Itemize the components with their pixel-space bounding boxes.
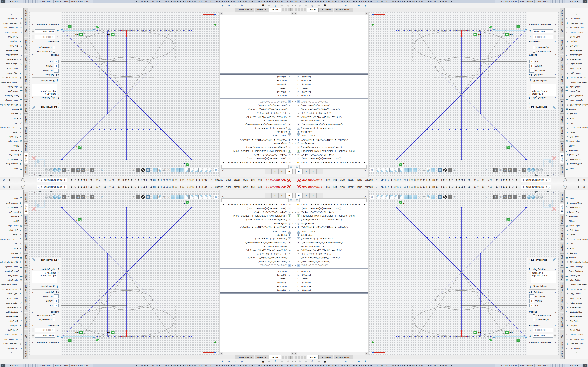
- tab-nav-icon[interactable]: «: [291, 356, 293, 359]
- sketch-tool-item[interactable]: ≀ Spline: [0, 130, 24, 134]
- section-parameters[interactable]: Parameters ∧: [30, 40, 61, 44]
- section-add-relations[interactable]: Add Relations ∧: [527, 290, 558, 294]
- tree-row[interactable]: ▸ ▤ Design Binder: [220, 222, 294, 225]
- search-icon[interactable]: [546, 179, 548, 181]
- sketch-tool-item[interactable]: ⇤ Stretch Entities: [0, 53, 24, 57]
- section-parameters[interactable]: Parameters ∧: [30, 323, 61, 327]
- commandmanager-tab[interactable]: Data Migration: [24, 38, 28, 54]
- tag-icon[interactable]: ✎: [583, 0, 587, 3]
- search-icon[interactable]: [546, 186, 548, 188]
- sketch-tool-item[interactable]: Parallelogram: [0, 273, 24, 278]
- sketch-tool-item[interactable]: ╱ Line: [0, 121, 24, 125]
- bottom-toolbar-icon[interactable]: ⊙: [240, 4, 244, 7]
- collapse-icon[interactable]: ∧: [32, 311, 34, 313]
- tree-row[interactable]: ▸ ◷ ◯Λ♟◎✛ƨƧ◦Ж◯◦◯Ж◦ƨƧ✛◎♟Λ◯: [294, 210, 368, 214]
- tree-row[interactable]: ≡ Material < not specified >: [220, 119, 294, 123]
- tree-tabs-expand-icon[interactable]: ❯: [364, 195, 366, 198]
- bottom-toolbar-icon[interactable]: ✱: [363, 360, 367, 363]
- sketch-tool-item[interactable]: ≋ Intersection Curve: [0, 25, 24, 30]
- tree-row[interactable]: ▸ A ◯ƨƧИN◎◦✛A✛◎ИNA◯◦◯AИN◎✛A✛◦◎ИNƨƧ◯: [220, 138, 294, 142]
- sketch-tool-item[interactable]: # Segment: [564, 112, 588, 117]
- tree-row[interactable]: ✎ ◯ƨƧ·Π❋♟AМ◯◦◯МA♟❋Π·ƨƧ◯: [294, 237, 368, 241]
- tree-row[interactable]: ◧ Surface Bodies: [220, 134, 294, 138]
- sketch-tool-item[interactable]: Parallelogram: [564, 273, 588, 278]
- sketch-tool-item[interactable]: ≈ Style Spline: [0, 228, 24, 233]
- tree-tab[interactable]: ⊕: [272, 169, 279, 174]
- collapse-icon[interactable]: ∧: [32, 54, 34, 56]
- angle-spinner[interactable]: ▲▼: [32, 334, 34, 338]
- tree-row[interactable]: ✎ ◯ƨƧ·Π❋♟AМ◯◦◯МA♟❋Π·ƨƧ◯: [294, 126, 368, 130]
- tab-nav-icon[interactable]: ‹: [298, 356, 301, 359]
- tree-row[interactable]: ∟ (-) Sketch4: [220, 284, 294, 288]
- sketch-tool-item[interactable]: ∷ Linear Sketch Pattern: [564, 283, 588, 287]
- unit-system-selector[interactable]: Custom ▴: [565, 364, 582, 367]
- section-parameters[interactable]: Parameters ∧: [527, 40, 558, 44]
- menu-item[interactable]: File: [258, 186, 262, 188]
- menu-item[interactable]: Edit: [251, 179, 255, 181]
- bottom-toolbar-icon[interactable]: ▦: [323, 360, 327, 363]
- sketch-tool-item[interactable]: ❖ Circular Sketch Pattern: [0, 287, 24, 292]
- bottom-toolbar-icon[interactable]: ▦: [261, 4, 265, 7]
- menu-item[interactable]: Edit: [333, 179, 337, 181]
- commandmanager-tab[interactable]: Direct Editing: [560, 126, 564, 141]
- tree-row[interactable]: Σ ◯ƨƧИN◎◦✛AΠ¤ƎƐ◯◦◯ƐƎ¤ΠA✛◦◎ИNƨƧ◯: [294, 241, 368, 244]
- collapse-icon[interactable]: ∧: [32, 324, 34, 327]
- tree-root-row[interactable]: ❖ TЯPDL2. ◉ ƐƎ ◉ Ш ◉ ◉ ◉ ✛ ◉ ƆC ◉ ƐƎ ◉ ∔…: [294, 203, 368, 207]
- commandmanager-tab[interactable]: Evaluate: [24, 114, 28, 125]
- commandmanager-tab[interactable]: Sketch: [24, 204, 28, 214]
- pin-icon[interactable]: ✦: [375, 178, 378, 182]
- tab-nav-icon[interactable]: ›: [285, 356, 287, 359]
- sketch-tool-item[interactable]: Ellipse: [564, 144, 588, 148]
- sketch-tool-item[interactable]: ◫ Mirror Entities: [564, 84, 588, 89]
- add-relation-item[interactable]: | Vertical: [30, 64, 61, 68]
- expand-icon[interactable]: ∨: [32, 342, 34, 344]
- tree-tab[interactable]: ⊕: [309, 193, 316, 198]
- bottom-toolbar-icon[interactable]: ✐: [273, 4, 277, 8]
- document-tab[interactable]: Model: [269, 355, 281, 359]
- menu-item[interactable]: File: [258, 179, 262, 181]
- relation-item[interactable]: Equal length109: [33, 274, 56, 277]
- bottom-toolbar-icon[interactable]: ⊙: [344, 4, 348, 7]
- collapse-icon[interactable]: ∧: [32, 40, 34, 43]
- tree-row[interactable]: ∟ Sketch3: [294, 277, 368, 281]
- sketch-tool-item[interactable]: Center Rectangle: [0, 98, 24, 103]
- section-additional-parameters[interactable]: Additional Parameters ∨: [527, 22, 558, 26]
- section-options[interactable]: Options ∧: [30, 53, 61, 57]
- bottom-toolbar-icon[interactable]: ✎: [286, 360, 290, 363]
- pin-icon[interactable]: ✦: [210, 178, 213, 182]
- sketch-tool-item[interactable]: ≈ Style Spline: [564, 228, 588, 233]
- commandmanager-tab[interactable]: Weldments: [560, 268, 564, 281]
- sketch-tool-item[interactable]: 3 Point Arc: [0, 214, 24, 219]
- tree-row[interactable]: ✎ ◯ƨƧ·Π❋♟AМ◯◦◯МA♟❋Π·ƨƧ◯: [220, 126, 294, 130]
- sketch-tool-item[interactable]: ↗ Move Entities: [0, 296, 24, 300]
- menu-item[interactable]: Edit: [251, 186, 255, 188]
- commandmanager-tab[interactable]: Features: [24, 192, 28, 203]
- help-circle-icon[interactable]: ?: [32, 258, 35, 261]
- sketch-tool-item[interactable]: ≀ Spline: [564, 130, 588, 134]
- section-additional-parameters[interactable]: Additional Parameters ∨: [527, 341, 558, 345]
- add-relation-item[interactable]: ⚓ Fix: [527, 303, 558, 308]
- commandmanager-tab[interactable]: Sheet Metal: [560, 100, 564, 114]
- expand-arrow-icon[interactable]: ▸: [294, 139, 297, 141]
- sketch-tool-item[interactable]: Centerpoint Arc: [564, 205, 588, 210]
- tree-row[interactable]: ∟ (-) Sketch6: [220, 288, 294, 292]
- menu-item[interactable]: View: [340, 186, 345, 188]
- panel-top-handle[interactable]: ◦: [294, 174, 368, 176]
- scroll-right-icon[interactable]: ▸: [220, 12, 223, 15]
- document-tab[interactable]: 3D Views: [319, 355, 333, 359]
- add-relation-item[interactable]: ⚓ Fix: [30, 59, 61, 64]
- relations-list[interactable]: Collinear108Equal length109: [531, 84, 556, 96]
- expand-arrow-icon[interactable]: ▸: [291, 223, 294, 224]
- tree-row[interactable]: ☆ ◯ƨƧƎƐ✛◦♟◎ΛAΦ◯◦◯ΦAΛ◎♟◦✛ƐƎƧƨ◯: [294, 157, 368, 161]
- search-icon[interactable]: [40, 186, 42, 188]
- collapse-icon[interactable]: ∧: [554, 268, 556, 271]
- bottom-toolbar-icon[interactable]: ≣: [317, 4, 321, 7]
- menu-item[interactable]: Window: [215, 186, 223, 188]
- commandmanager-tab[interactable]: Direct Editing: [24, 126, 28, 141]
- sketch-tool-item[interactable]: ↗ Copy Entities: [0, 292, 24, 296]
- add-relation-item[interactable]: — Horizontal: [30, 68, 61, 73]
- tree-row[interactable]: ▣ Solid Bodies: [294, 233, 368, 237]
- tree-tab[interactable]: ⊞: [303, 169, 309, 174]
- menu-item[interactable]: View: [340, 179, 345, 181]
- search-input[interactable]: ❒ Search CAD Models ▾: [521, 178, 551, 182]
